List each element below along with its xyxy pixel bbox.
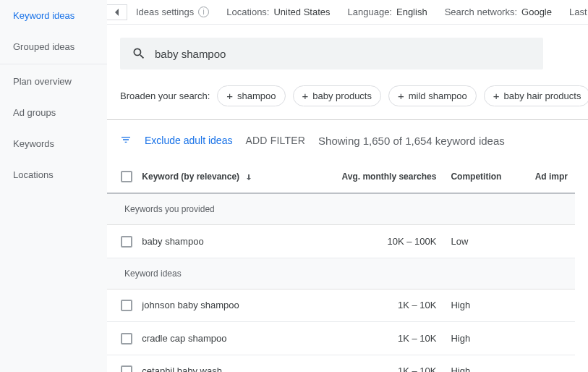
networks-setting[interactable]: Search networks: Google <box>445 7 552 17</box>
sidebar: Keyword ideas Grouped ideas Plan overvie… <box>0 0 107 372</box>
locations-value: United States <box>273 7 330 17</box>
section-provided: Keywords you provided <box>107 193 575 225</box>
cell-searches: 1K – 10K <box>311 322 443 355</box>
networks-label: Search networks: <box>445 7 517 17</box>
sidebar-item-grouped-ideas[interactable]: Grouped ideas <box>0 31 107 62</box>
table-row[interactable]: baby shampoo 10K – 100K Low <box>107 225 575 258</box>
ideas-settings-label: Ideas settings <box>136 7 194 17</box>
broaden-label: Broaden your search: <box>120 90 210 101</box>
sidebar-item-keyword-ideas[interactable]: Keyword ideas <box>0 0 107 31</box>
pill-label: baby hair products <box>503 90 581 101</box>
sidebar-item-plan-overview[interactable]: Plan overview <box>0 66 107 97</box>
keywords-table: Keyword (by relevance) Avg. monthly sear… <box>107 161 575 372</box>
row-checkbox[interactable] <box>121 333 132 344</box>
networks-value: Google <box>521 7 552 17</box>
table-row[interactable]: johnson baby shampoo 1K – 10K High <box>107 289 575 322</box>
locations-setting[interactable]: Locations: United States <box>226 7 330 17</box>
language-value: English <box>396 7 427 17</box>
select-all-checkbox[interactable] <box>121 171 132 182</box>
table-header-row: Keyword (by relevance) Avg. monthly sear… <box>107 161 575 193</box>
row-checkbox[interactable] <box>121 300 132 311</box>
broaden-row: Broaden your search: +shampoo +baby prod… <box>120 85 588 106</box>
sidebar-item-ad-groups[interactable]: Ad groups <box>0 97 107 128</box>
col-keyword-label: Keyword (by relevance) <box>142 172 239 182</box>
cell-searches: 1K – 10K <box>311 355 443 372</box>
sidebar-collapse-button[interactable] <box>107 4 127 20</box>
table-row[interactable]: cetaphil baby wash 1K – 10K High <box>107 355 575 372</box>
exclude-adult-filter[interactable]: Exclude adult ideas <box>145 135 232 146</box>
main-panel: Ideas settings i Locations: United State… <box>107 0 588 372</box>
col-searches[interactable]: Avg. monthly searches <box>311 161 443 193</box>
broaden-pill-baby-hair-products[interactable]: +baby hair products <box>484 85 588 106</box>
col-competition[interactable]: Competition <box>443 161 527 193</box>
sidebar-item-locations[interactable]: Locations <box>0 159 107 190</box>
pill-label: mild shampoo <box>409 90 467 101</box>
row-checkbox[interactable] <box>121 365 132 372</box>
chevron-left-icon <box>114 9 120 16</box>
last-label: Last <box>569 7 587 17</box>
section-ideas: Keyword ideas <box>107 258 575 289</box>
broaden-pill-shampoo[interactable]: +shampoo <box>217 85 285 106</box>
arrow-down-icon <box>244 173 253 182</box>
cell-competition: High <box>443 322 527 355</box>
cell-competition: High <box>443 289 527 322</box>
content-area: Broaden your search: +shampoo +baby prod… <box>107 25 588 372</box>
cell-keyword: johnson baby shampoo <box>139 289 311 322</box>
cell-ad-impr <box>528 225 575 258</box>
broaden-pill-mild-shampoo[interactable]: +mild shampoo <box>388 85 477 106</box>
pill-label: baby products <box>312 90 372 101</box>
info-icon[interactable]: i <box>198 7 209 17</box>
cell-searches: 1K – 10K <box>311 289 443 322</box>
filter-icon[interactable] <box>120 134 132 148</box>
cell-ad-impr <box>528 322 575 355</box>
filter-bar: Exclude adult ideas ADD FILTER Showing 1… <box>120 120 588 161</box>
cell-searches: 10K – 100K <box>311 225 443 258</box>
col-ad-impr[interactable]: Ad impr <box>528 161 575 193</box>
sidebar-item-keywords[interactable]: Keywords <box>0 128 107 159</box>
add-filter-button[interactable]: ADD FILTER <box>245 135 305 146</box>
search-box[interactable] <box>120 38 543 69</box>
table-row[interactable]: cradle cap shampoo 1K – 10K High <box>107 322 575 355</box>
col-keyword[interactable]: Keyword (by relevance) <box>139 161 311 193</box>
cell-keyword: cetaphil baby wash <box>139 355 311 372</box>
plus-icon: + <box>493 90 500 101</box>
section-ideas-label: Keyword ideas <box>107 258 575 289</box>
plus-icon: + <box>226 90 233 101</box>
broaden-pill-baby-products[interactable]: +baby products <box>293 85 381 106</box>
sidebar-divider <box>0 64 107 64</box>
plus-icon: + <box>302 90 309 101</box>
results-count: Showing 1,650 of 1,654 keyword ideas <box>318 135 505 147</box>
cell-ad-impr <box>528 289 575 322</box>
language-label: Language: <box>348 7 392 17</box>
pill-label: shampoo <box>237 90 276 101</box>
locations-label: Locations: <box>226 7 269 17</box>
search-input[interactable] <box>155 48 532 60</box>
cell-keyword: baby shampoo <box>139 225 311 258</box>
cell-keyword: cradle cap shampoo <box>139 322 311 355</box>
cell-competition: High <box>443 355 527 372</box>
cell-ad-impr <box>528 355 575 372</box>
section-provided-label: Keywords you provided <box>107 193 575 225</box>
settings-bar: Ideas settings i Locations: United State… <box>107 0 588 25</box>
search-icon <box>132 46 146 61</box>
ideas-settings-tab[interactable]: Ideas settings i <box>136 7 209 17</box>
date-setting[interactable]: Last <box>569 7 587 17</box>
language-setting[interactable]: Language: English <box>348 7 427 17</box>
row-checkbox[interactable] <box>121 236 132 248</box>
plus-icon: + <box>398 90 404 101</box>
cell-competition: Low <box>443 225 527 258</box>
